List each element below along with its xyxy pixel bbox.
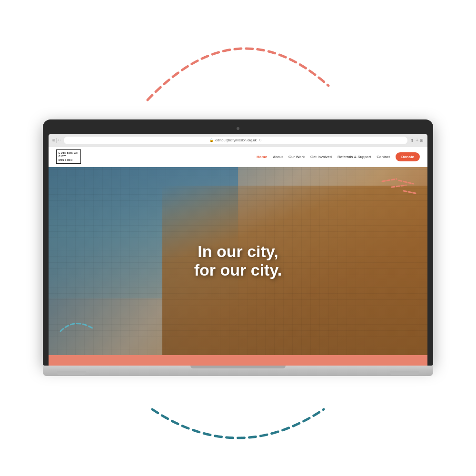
svg-line-3: [404, 191, 416, 193]
hero-dashes-top-right: [377, 177, 420, 200]
laptop-base: [43, 366, 433, 376]
more-icon[interactable]: ⊞: [420, 138, 424, 143]
screen-bezel: ⊞ ‹ › 🔒 edinburghcitymission.org.uk ↻ ⬆ …: [43, 119, 433, 366]
lock-icon: 🔒: [209, 139, 214, 142]
share-icon[interactable]: ⬆: [410, 138, 414, 143]
reload-icon: ↻: [259, 139, 262, 142]
svg-line-1: [399, 180, 413, 184]
laptop-mockup: ⊞ ‹ › 🔒 edinburghcitymission.org.uk ↻ ⬆ …: [43, 119, 433, 376]
browser-window: ⊞ ‹ › 🔒 edinburghcitymission.org.uk ↻ ⬆ …: [49, 134, 427, 366]
laptop-foot-right: [390, 371, 419, 375]
forward-button[interactable]: ›: [60, 138, 61, 142]
svg-line-2: [392, 185, 406, 187]
top-dashed-arc: [119, 0, 357, 109]
bottom-dashed-arc: [138, 395, 338, 466]
camera-area: [49, 125, 427, 132]
hero-line-1: In our city,: [194, 242, 282, 261]
nav-get-involved[interactable]: Get Involved: [310, 155, 332, 159]
address-bar[interactable]: 🔒 edinburghcitymission.org.uk ↻: [64, 137, 407, 144]
nav-home[interactable]: Home: [257, 155, 267, 159]
tab-switcher-icon: ⊞: [52, 139, 55, 142]
hero-line-2: for our city.: [194, 261, 282, 279]
hero-headline: In our city, for our city.: [194, 242, 282, 279]
laptop-foot-left: [57, 371, 86, 375]
nav-about[interactable]: About: [273, 155, 283, 159]
site-navigation: EDINBURGH CITY MISSION Home About Our Wo…: [49, 147, 427, 167]
website-content: EDINBURGH CITY MISSION Home About Our Wo…: [49, 147, 427, 366]
site-logo: EDINBURGH CITY MISSION: [56, 149, 81, 163]
url-text: edinburghcitymission.org.uk: [215, 139, 257, 142]
hero-text-block: In our city, for our city.: [194, 242, 282, 279]
nav-referrals[interactable]: Referrals & Support: [337, 155, 371, 159]
salmon-accent-bar: [49, 355, 427, 366]
browser-toolbar: ⊞ ‹ › 🔒 edinburghcitymission.org.uk ↻ ⬆ …: [49, 134, 427, 147]
nav-links: Home About Our Work Get Involved Referra…: [257, 155, 390, 159]
toolbar-actions: ⬆ + ⊞: [410, 138, 424, 143]
camera-dot: [237, 127, 239, 130]
browser-controls: ⊞ ‹ ›: [52, 138, 61, 143]
laptop-hinge: [190, 366, 286, 368]
divider: [56, 138, 57, 143]
hero-dashes-bottom-left: [56, 307, 103, 336]
hero-section: In our city, for our city.: [49, 167, 427, 355]
donate-button[interactable]: Donate: [396, 152, 420, 161]
nav-contact[interactable]: Contact: [377, 155, 390, 159]
add-tab-icon[interactable]: +: [416, 138, 418, 143]
nav-our-work[interactable]: Our Work: [288, 155, 305, 159]
svg-line-0: [382, 179, 397, 181]
back-button[interactable]: ‹: [58, 138, 59, 142]
logo-text: EDINBURGH CITY MISSION: [59, 151, 79, 161]
